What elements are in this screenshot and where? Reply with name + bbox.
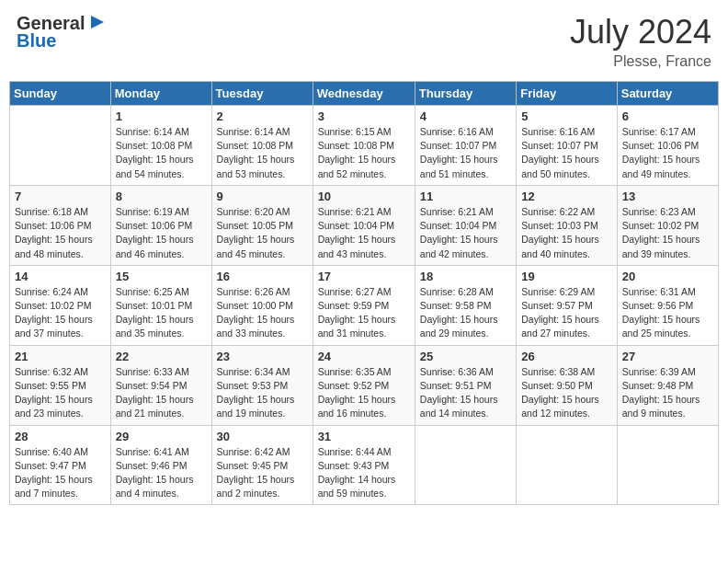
day-info: Sunrise: 6:14 AM Sunset: 10:08 PM Daylig… [116,125,207,181]
calendar-cell: 15Sunrise: 6:25 AM Sunset: 10:01 PM Dayl… [110,265,211,345]
calendar-cell: 12Sunrise: 6:22 AM Sunset: 10:03 PM Dayl… [517,185,618,265]
day-info: Sunrise: 6:26 AM Sunset: 10:00 PM Daylig… [217,285,308,341]
day-info: Sunrise: 6:44 AM Sunset: 9:43 PM Dayligh… [318,445,410,501]
day-info: Sunrise: 6:27 AM Sunset: 9:59 PM Dayligh… [318,285,410,341]
day-number: 17 [318,270,410,283]
calendar-week-row: 21Sunrise: 6:32 AM Sunset: 9:55 PM Dayli… [10,345,719,425]
day-number: 19 [521,270,612,283]
day-number: 24 [318,350,410,363]
calendar-cell: 4Sunrise: 6:16 AM Sunset: 10:07 PM Dayli… [415,106,516,186]
weekday-header: Wednesday [313,82,415,106]
calendar-cell: 8Sunrise: 6:19 AM Sunset: 10:06 PM Dayli… [110,185,211,265]
day-number: 4 [420,109,511,123]
day-number: 26 [521,350,612,363]
calendar-cell: 13Sunrise: 6:23 AM Sunset: 10:02 PM Dayl… [617,185,718,265]
month-title: July 2024 [570,13,711,52]
calendar-cell [517,425,618,505]
day-info: Sunrise: 6:20 AM Sunset: 10:05 PM Daylig… [217,205,308,261]
day-info: Sunrise: 6:31 AM Sunset: 9:56 PM Dayligh… [622,285,713,341]
page-header: General Blue July 2024 Plesse, France [9,9,719,74]
day-info: Sunrise: 6:22 AM Sunset: 10:03 PM Daylig… [521,205,612,261]
calendar-cell: 26Sunrise: 6:38 AM Sunset: 9:50 PM Dayli… [517,345,618,425]
calendar-cell: 6Sunrise: 6:17 AM Sunset: 10:06 PM Dayli… [617,106,718,186]
calendar-cell: 23Sunrise: 6:34 AM Sunset: 9:53 PM Dayli… [211,345,313,425]
calendar-cell [415,425,516,505]
day-info: Sunrise: 6:42 AM Sunset: 9:45 PM Dayligh… [217,445,308,501]
day-number: 23 [217,350,308,363]
day-number: 10 [318,190,410,203]
day-info: Sunrise: 6:40 AM Sunset: 9:47 PM Dayligh… [15,445,106,501]
calendar-cell: 20Sunrise: 6:31 AM Sunset: 9:56 PM Dayli… [617,265,718,345]
calendar-cell: 10Sunrise: 6:21 AM Sunset: 10:04 PM Dayl… [313,185,415,265]
logo-arrow-icon [85,12,106,32]
day-info: Sunrise: 6:21 AM Sunset: 10:04 PM Daylig… [420,205,511,261]
day-info: Sunrise: 6:41 AM Sunset: 9:46 PM Dayligh… [116,445,207,501]
calendar-cell: 19Sunrise: 6:29 AM Sunset: 9:57 PM Dayli… [517,265,618,345]
weekday-header: Friday [517,82,618,106]
calendar-cell: 18Sunrise: 6:28 AM Sunset: 9:58 PM Dayli… [415,265,516,345]
day-number: 31 [318,430,410,443]
day-number: 6 [622,109,713,123]
day-number: 21 [15,350,106,363]
day-info: Sunrise: 6:24 AM Sunset: 10:02 PM Daylig… [15,285,106,341]
day-info: Sunrise: 6:23 AM Sunset: 10:02 PM Daylig… [622,205,713,261]
day-number: 20 [622,270,713,283]
weekday-header: Saturday [617,82,718,106]
day-info: Sunrise: 6:29 AM Sunset: 9:57 PM Dayligh… [521,285,612,341]
calendar-cell: 30Sunrise: 6:42 AM Sunset: 9:45 PM Dayli… [211,425,313,505]
day-number: 11 [420,190,511,203]
weekday-header: Sunday [10,82,111,106]
day-info: Sunrise: 6:35 AM Sunset: 9:52 PM Dayligh… [318,365,410,421]
day-number: 30 [217,430,308,443]
calendar-cell: 3Sunrise: 6:15 AM Sunset: 10:08 PM Dayli… [313,106,415,186]
calendar-cell: 31Sunrise: 6:44 AM Sunset: 9:43 PM Dayli… [313,425,415,505]
calendar-week-row: 7Sunrise: 6:18 AM Sunset: 10:06 PM Dayli… [10,185,719,265]
day-number: 3 [318,109,410,123]
calendar-week-row: 1Sunrise: 6:14 AM Sunset: 10:08 PM Dayli… [10,106,719,186]
day-info: Sunrise: 6:16 AM Sunset: 10:07 PM Daylig… [420,125,511,181]
logo: General Blue [17,13,106,52]
calendar-week-row: 14Sunrise: 6:24 AM Sunset: 10:02 PM Dayl… [10,265,719,345]
day-number: 27 [622,350,713,363]
calendar-cell: 21Sunrise: 6:32 AM Sunset: 9:55 PM Dayli… [10,345,111,425]
day-info: Sunrise: 6:28 AM Sunset: 9:58 PM Dayligh… [420,285,511,341]
day-number: 14 [15,270,106,283]
day-info: Sunrise: 6:33 AM Sunset: 9:54 PM Dayligh… [116,365,207,421]
calendar-cell: 2Sunrise: 6:14 AM Sunset: 10:08 PM Dayli… [211,106,313,186]
svg-marker-0 [91,16,104,29]
calendar-cell [617,425,718,505]
day-number: 29 [116,430,207,443]
logo-blue-text: Blue [17,30,56,52]
day-number: 8 [116,190,207,203]
day-number: 28 [15,430,106,443]
calendar-cell: 28Sunrise: 6:40 AM Sunset: 9:47 PM Dayli… [10,425,111,505]
day-info: Sunrise: 6:38 AM Sunset: 9:50 PM Dayligh… [521,365,612,421]
day-number: 12 [521,190,612,203]
day-info: Sunrise: 6:19 AM Sunset: 10:06 PM Daylig… [116,205,207,261]
day-number: 13 [622,190,713,203]
calendar-cell: 16Sunrise: 6:26 AM Sunset: 10:00 PM Dayl… [211,265,313,345]
day-info: Sunrise: 6:21 AM Sunset: 10:04 PM Daylig… [318,205,410,261]
day-info: Sunrise: 6:16 AM Sunset: 10:07 PM Daylig… [521,125,612,181]
day-info: Sunrise: 6:34 AM Sunset: 9:53 PM Dayligh… [217,365,308,421]
day-number: 16 [217,270,308,283]
calendar-table: SundayMondayTuesdayWednesdayThursdayFrid… [9,81,719,505]
weekday-header: Monday [110,82,211,106]
day-number: 7 [15,190,106,203]
day-info: Sunrise: 6:32 AM Sunset: 9:55 PM Dayligh… [15,365,106,421]
day-number: 18 [420,270,511,283]
calendar-cell [10,106,111,186]
calendar-cell: 14Sunrise: 6:24 AM Sunset: 10:02 PM Dayl… [10,265,111,345]
day-info: Sunrise: 6:18 AM Sunset: 10:06 PM Daylig… [15,205,106,261]
day-number: 15 [116,270,207,283]
calendar-cell: 5Sunrise: 6:16 AM Sunset: 10:07 PM Dayli… [517,106,618,186]
calendar-cell: 11Sunrise: 6:21 AM Sunset: 10:04 PM Dayl… [415,185,516,265]
day-number: 9 [217,190,308,203]
location-title: Plesse, France [570,53,711,70]
calendar-header-row: SundayMondayTuesdayWednesdayThursdayFrid… [10,82,719,106]
calendar-cell: 22Sunrise: 6:33 AM Sunset: 9:54 PM Dayli… [110,345,211,425]
day-info: Sunrise: 6:36 AM Sunset: 9:51 PM Dayligh… [420,365,511,421]
weekday-header: Thursday [415,82,516,106]
calendar-week-row: 28Sunrise: 6:40 AM Sunset: 9:47 PM Dayli… [10,425,719,505]
calendar-cell: 1Sunrise: 6:14 AM Sunset: 10:08 PM Dayli… [110,106,211,186]
